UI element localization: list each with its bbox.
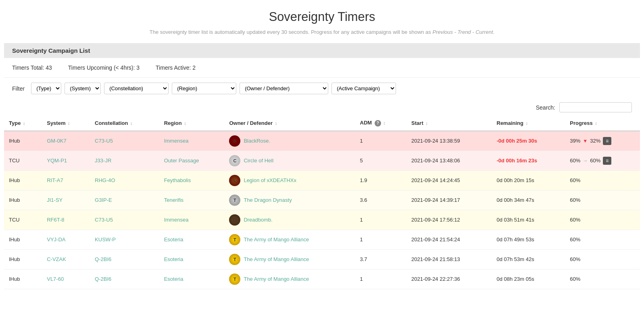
col-constellation[interactable]: Constellation ↕ [90,116,159,131]
timers-active: Timers Active: 2 [156,64,196,71]
adm-help-icon[interactable]: ? [375,120,381,126]
region-link[interactable]: Immensea [164,217,189,223]
col-remaining[interactable]: Remaining ↕ [492,116,565,131]
col-owner[interactable]: Owner / Defender ↕ [224,116,355,131]
cell-progress: 60% [565,230,640,249]
col-region[interactable]: Region ↕ [159,116,225,131]
progress-value: 60% [570,197,580,203]
cell-start: 2021-09-24 17:56:12 [406,210,492,230]
filter-type[interactable]: (Type) [31,83,61,94]
region-link[interactable]: Tenerifis [164,197,183,203]
constellation-link[interactable]: C73-U5 [95,138,113,144]
cell-owner: TThe Army of Mango Alliance [224,269,355,289]
cell-adm: 1 [355,210,407,230]
cell-adm: 1 [355,230,407,249]
col-adm[interactable]: ADM ? ↕ [355,116,407,131]
col-system[interactable]: System ↕ [42,116,90,131]
region-link[interactable]: Esoteria [164,256,183,262]
col-progress[interactable]: Progress ↕ [565,116,640,131]
timers-table: Type ↕ System ↕ Constellation ↕ Region ↕… [4,116,640,289]
cell-region: Esoteria [159,249,225,269]
cell-owner: TThe Army of Mango Alliance [224,230,355,249]
search-input[interactable] [559,102,632,112]
region-link[interactable]: Outer Passage [164,158,199,164]
constellation-link[interactable]: Q-2BI6 [95,256,111,262]
col-type[interactable]: Type ↕ [4,116,42,131]
cell-progress: 60% [565,269,640,289]
cell-remaining: 0d 07h 53m 42s [492,249,565,269]
cell-adm: 3.6 [355,190,407,210]
constellation-link[interactable]: RHG-4O [95,177,115,183]
filter-system[interactable]: (System) [65,83,101,94]
cell-progress: 60% → 60%≡ [565,151,640,170]
table-row: IHubVL7-60Q-2BI6EsoteriaTThe Army of Man… [4,269,640,289]
cell-remaining: 0d 07h 49m 53s [492,230,565,249]
owner-link[interactable]: The Army of Mango Alliance [244,256,309,262]
cell-type: IHub [4,170,42,190]
region-link[interactable]: Feythabolis [164,177,191,183]
system-link[interactable]: JI1-SY [47,197,63,203]
region-link[interactable]: Immensea [164,138,189,144]
owner-link[interactable]: Legion of xXDEATHXx [244,177,296,183]
progress-value2: 60% [590,158,600,164]
filter-label: Filter [12,85,25,92]
constellation-link[interactable]: KUSW-P [95,236,116,243]
cell-owner: DDreadbomb. [224,210,355,230]
system-link[interactable]: VYJ-DA [47,236,65,243]
progress-value: 60% [570,256,580,262]
cell-constellation: Q-2BI6 [90,249,159,269]
region-link[interactable]: Esoteria [164,276,183,282]
constellation-link[interactable]: Q-2BI6 [95,276,111,282]
owner-link[interactable]: The Army of Mango Alliance [244,236,309,243]
cell-system: YQM-P1 [42,151,90,170]
owner-link[interactable]: The Dragon Dynasty [244,197,292,203]
cell-type: IHub [4,131,42,151]
table-row: TCURF6T-8C73-U5ImmenseaDDreadbomb.12021-… [4,210,640,230]
cell-progress: 39% ▼ 32%≡ [565,131,640,151]
system-link[interactable]: RIT-A7 [47,177,63,183]
owner-link[interactable]: Circle of Hell [244,158,273,164]
cell-remaining: 0d 03h 51m 41s [492,210,565,230]
cell-region: Feythabolis [159,170,225,190]
row-action-button[interactable]: ≡ [603,137,611,145]
cell-remaining: -0d 00h 25m 30s [492,131,565,151]
system-link[interactable]: GM-0K7 [47,138,66,144]
progress-value2: 32% [590,138,600,144]
trend-neutral-icon: → [583,158,588,164]
constellation-link[interactable]: C73-U5 [95,217,113,223]
timers-upcoming: Timers Upcoming (< 4hrs): 3 [68,64,140,71]
owner-link[interactable]: The Army of Mango Alliance [244,276,309,282]
row-action-button[interactable]: ≡ [603,157,611,165]
cell-progress: 60% [565,190,640,210]
constellation-link[interactable]: G3IP-E [95,197,112,203]
cell-start: 2021-09-24 13:48:06 [406,151,492,170]
table-row: IHubGM-0K7C73-U5ImmenseaBBlackRose.12021… [4,131,640,151]
system-link[interactable]: VL7-60 [47,276,64,282]
cell-constellation: C73-U5 [90,131,159,151]
alliance-icon: T [229,234,240,245]
filter-region[interactable]: (Region) [172,83,236,94]
constellation-link[interactable]: J33-JR [95,158,111,164]
owner-link[interactable]: BlackRose. [244,138,270,144]
region-link[interactable]: Esoteria [164,236,183,243]
system-link[interactable]: C-VZAK [47,256,66,262]
progress-value: 39% [570,138,580,144]
cell-start: 2021-09-24 21:58:13 [406,249,492,269]
alliance-icon: C [229,155,240,166]
table-row: IHubVYJ-DAKUSW-PEsoteriaTThe Army of Man… [4,230,640,249]
system-link[interactable]: YQM-P1 [47,158,67,164]
cell-constellation: Q-2BI6 [90,269,159,289]
cell-progress: 60% [565,210,640,230]
cell-owner: BBlackRose. [224,131,355,151]
alliance-icon: L [229,175,240,186]
owner-link[interactable]: Dreadbomb. [244,217,273,223]
progress-value: 60% [570,276,580,282]
filter-constellation[interactable]: (Constellation) [104,83,169,94]
col-start[interactable]: Start ↕ [406,116,492,131]
filter-owner[interactable]: (Owner / Defender) [240,83,328,94]
cell-progress: 60% [565,170,640,190]
system-link[interactable]: RF6T-8 [47,217,64,223]
filter-campaign[interactable]: (Active Campaign) [331,83,396,94]
table-header-row: Type ↕ System ↕ Constellation ↕ Region ↕… [4,116,640,131]
cell-system: VL7-60 [42,269,90,289]
